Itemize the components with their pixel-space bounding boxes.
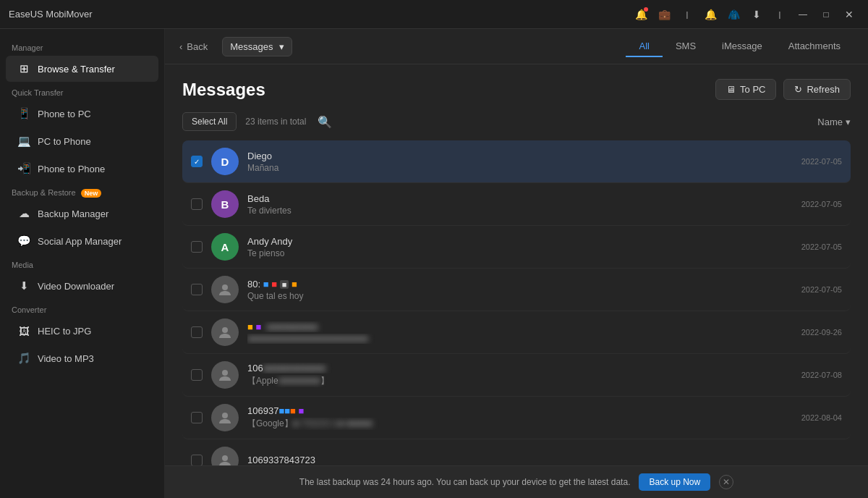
dropdown-value: Messages [230,41,273,52]
content-area: ‹ Back Messages ▾ All SMS iMessage Attac… [165,29,868,498]
message-preview: 【Apple■■■■■■■■】 [247,375,793,387]
message-list: ✓ D Diego Mañana 2022-07-05 B Beda Te di… [182,140,851,465]
dismiss-notification-button[interactable]: ✕ [719,475,733,489]
sidebar-section-media: Media [0,255,164,272]
sidebar-item-video-to-mp3[interactable]: 🎵 Video to MP3 [6,345,158,371]
message-item[interactable]: B Beda Te diviertes 2022-07-05 [182,183,851,226]
hanger-icon[interactable]: 🧥 [723,4,744,25]
tab-attachments[interactable]: Attachments [775,36,854,57]
sidebar-section-converter: Converter [0,300,164,317]
message-item[interactable]: A Andy Andy Te pienso 2022-07-05 [182,226,851,269]
sidebar-item-phone-to-pc[interactable]: 📱 Phone to PC [6,101,158,127]
svg-point-2 [222,370,228,376]
notification-icon[interactable]: 🔔 [631,4,651,25]
refresh-icon: ↻ [794,84,802,95]
message-checkbox[interactable] [191,241,203,253]
message-item[interactable]: ✓ D Diego Mañana 2022-07-05 [182,140,851,183]
sidebar-item-pc-to-phone[interactable]: 💻 PC to Phone [6,128,158,154]
message-date: 2022-07-08 [801,371,842,379]
minimize-button[interactable]: — [793,4,813,25]
refresh-label: Refresh [807,84,840,95]
message-checkbox[interactable] [191,326,203,338]
avatar [211,361,239,389]
notification-text: The last backup was 24 hours ago. You ca… [299,477,631,487]
sidebar-item-video-downloader[interactable]: ⬇ Video Downloader [6,273,158,299]
sidebar-item-label: Video Downloader [38,281,114,292]
messages-dropdown[interactable]: Messages ▾ [222,37,292,56]
monitor-icon: 🖥 [726,84,736,95]
bell-icon[interactable]: 🔔 [700,4,720,25]
message-item[interactable]: 106937■■■ ■ 【Google】■-759203 is■ ■■■■■ 2… [182,397,851,439]
sort-chevron-icon: ▾ [846,117,851,127]
avatar [211,447,239,465]
message-checkbox[interactable] [191,412,203,423]
topbar: ‹ Back Messages ▾ All SMS iMessage Attac… [165,29,868,64]
message-checkbox[interactable]: ✓ [191,156,203,167]
message-preview: Te pienso [247,248,793,258]
message-content: Beda Te diviertes [247,193,793,216]
message-preview: Que tal es hoy [247,291,793,301]
message-name: 1069337843723 [247,455,833,465]
name-sort-button[interactable]: Name ▾ [817,117,851,127]
sidebar-item-label: Browse & Transfer [38,64,115,75]
new-badge: New [81,189,102,198]
message-content: 80: ■ ■ ■ ■ Que tal es hoy [247,279,793,301]
message-content: 106■■■■■■■■■■■ 【Apple■■■■■■■■】 [247,363,793,387]
maximize-button[interactable]: □ [816,4,836,25]
select-all-button[interactable]: Select All [182,112,237,131]
app-title: EaseUS MobiMover [9,9,93,20]
message-name: 80: ■ ■ ■ ■ [247,279,793,290]
svg-point-1 [222,327,228,333]
download-icon[interactable]: ⬇ [746,4,767,25]
message-date: 2022-09-26 [801,328,842,337]
social-app-icon: 💬 [17,235,30,248]
titlebar: EaseUS MobiMover 🔔 💼 | 🔔 🧥 ⬇ | — □ ✕ [0,0,868,29]
message-date: 2022-08-04 [801,413,842,422]
header-actions: 🖥 To PC ↻ Refresh [715,79,851,100]
message-content: Diego Mañana [247,151,793,173]
refresh-button[interactable]: ↻ Refresh [783,79,851,100]
message-checkbox[interactable] [191,455,203,465]
sidebar-item-label: Backup Manager [38,208,109,219]
search-button[interactable]: 🔍 [315,111,335,132]
message-name: 106■■■■■■■■■■■ [247,363,793,374]
message-content: 106937■■■ ■ 【Google】■-759203 is■ ■■■■■ [247,405,793,430]
message-item[interactable]: 80: ■ ■ ■ ■ Que tal es hoy 2022-07-05 [182,269,851,311]
close-button[interactable]: ✕ [839,4,859,25]
pc-to-phone-icon: 💻 [17,135,30,148]
sidebar-item-phone-to-phone[interactable]: 📲 Phone to Phone [6,156,158,182]
back-up-now-button[interactable]: Back up Now [639,473,710,491]
message-checkbox[interactable] [191,198,203,210]
avatar [211,276,239,303]
tab-imessage[interactable]: iMessage [709,36,775,57]
message-checkbox[interactable] [191,284,203,295]
sort-label: Name [817,117,843,127]
message-item[interactable]: ■ ■ ■■■■■■■■■ ■■■■■■■■■■■■■■■■■■■■■■■ 20… [182,311,851,354]
message-name: Beda [247,193,793,204]
message-item[interactable]: 106■■■■■■■■■■■ 【Apple■■■■■■■■】 2022-07-0… [182,354,851,397]
sidebar-item-label: Video to MP3 [38,353,94,364]
heic-icon: 🖼 [17,324,30,337]
sidebar-item-label: PC to Phone [38,136,91,147]
briefcase-icon[interactable]: 💼 [654,4,674,25]
sidebar-item-backup-manager[interactable]: ☁ Backup Manager [6,201,158,227]
svg-point-3 [222,413,228,418]
back-button[interactable]: ‹ Back [179,41,208,52]
tab-sms[interactable]: SMS [663,36,709,57]
sidebar-item-heic-to-jpg[interactable]: 🖼 HEIC to JPG [6,318,158,344]
window-controls: 🔔 💼 | 🔔 🧥 ⬇ | — □ ✕ [631,4,859,25]
to-pc-button[interactable]: 🖥 To PC [715,79,776,100]
browse-transfer-icon: ⊞ [17,62,30,75]
back-label: Back [187,41,208,52]
sidebar-item-social-app-manager[interactable]: 💬 Social App Manager [6,228,158,254]
avatar [211,318,239,346]
chevron-down-icon: ▾ [279,41,284,52]
separator-2: | [770,4,790,25]
sidebar-section-quick-transfer: Quick Transfer [0,83,164,100]
message-preview: ■■■■■■■■■■■■■■■■■■■■■■■ [247,334,793,344]
message-item[interactable]: 1069337843723 [182,439,851,465]
tab-all[interactable]: All [626,36,662,57]
message-checkbox[interactable] [191,369,203,381]
sidebar-item-label: Phone to PC [38,109,91,119]
sidebar-item-browse-transfer[interactable]: ⊞ Browse & Transfer [6,56,158,82]
